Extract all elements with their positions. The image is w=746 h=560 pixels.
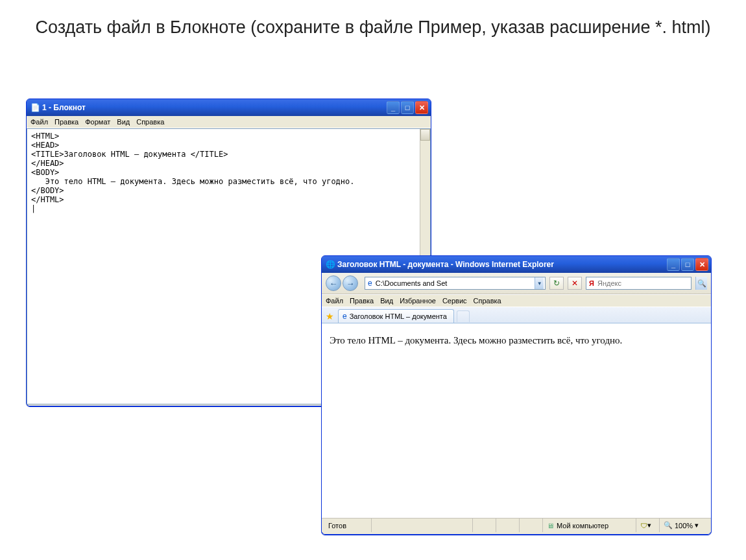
menu-edit[interactable]: Правка — [350, 297, 374, 305]
search-input[interactable] — [596, 279, 688, 288]
search-go-button[interactable]: 🔍 — [695, 277, 707, 290]
address-bar[interactable]: e ▼ — [365, 277, 546, 290]
tab-label: Заголовок HTML – документа — [350, 312, 447, 320]
menu-view[interactable]: Вид — [117, 118, 130, 126]
status-empty-2 — [496, 519, 518, 532]
address-dropdown[interactable]: ▼ — [535, 277, 544, 289]
close-button[interactable]: ✕ — [415, 101, 428, 114]
minimize-button[interactable]: _ — [667, 258, 680, 271]
search-bar[interactable]: Я — [586, 277, 692, 290]
stop-button[interactable]: ✕ — [568, 277, 582, 290]
status-spacer — [371, 519, 471, 532]
status-zone: 🖥 Мой компьютер — [542, 519, 634, 532]
menu-format[interactable]: Формат — [85, 118, 110, 126]
menu-file[interactable]: Файл — [30, 118, 48, 126]
menu-file[interactable]: Файл — [326, 297, 343, 305]
ie-titlebar[interactable]: 🌐 Заголовок HTML - документа - Windows I… — [322, 256, 711, 273]
page-icon: e — [343, 312, 347, 321]
shield-icon: 🛡 — [640, 522, 647, 530]
maximize-button[interactable]: □ — [401, 101, 414, 114]
menu-help[interactable]: Справка — [136, 118, 164, 126]
page-body-text: Это тело HTML – документа. Здесь можно р… — [330, 335, 622, 345]
back-button[interactable]: ← — [326, 275, 341, 291]
minimize-button[interactable]: _ — [387, 101, 400, 114]
refresh-button[interactable]: ↻ — [549, 277, 564, 290]
notepad-icon: 📄 — [30, 103, 40, 112]
ie-statusbar: Готов 🖥 Мой компьютер 🛡 ▾ 🔍 100% ▾ — [322, 518, 711, 532]
zone-label: Мой компьютер — [557, 522, 608, 530]
notepad-title: 1 - Блокнот — [42, 103, 387, 112]
ie-tabbar: ★ e Заголовок HTML – документа — [322, 307, 711, 323]
status-zoom[interactable]: 🔍 100% ▾ — [659, 519, 708, 532]
zoom-value: 100% — [675, 522, 693, 530]
yandex-icon: Я — [589, 279, 594, 287]
address-input[interactable] — [374, 279, 535, 288]
maximize-button[interactable]: □ — [681, 258, 694, 271]
menu-favorites[interactable]: Избранное — [400, 297, 436, 305]
ie-title: Заголовок HTML - документа - Windows Int… — [337, 260, 667, 269]
zoom-icon: 🔍 — [664, 521, 673, 530]
forward-button[interactable]: → — [343, 275, 358, 291]
ie-toolbar: ← → e ▼ ↻ ✕ Я 🔍 — [322, 273, 711, 294]
notepad-titlebar[interactable]: 📄 1 - Блокнот _ □ ✕ — [27, 99, 431, 116]
ie-window: 🌐 Заголовок HTML - документа - Windows I… — [321, 255, 712, 535]
status-protected-mode[interactable]: 🛡 ▾ — [636, 519, 658, 532]
ie-page-content: Это тело HTML – документа. Здесь можно р… — [322, 323, 711, 518]
status-empty-1 — [472, 519, 494, 532]
close-button[interactable]: ✕ — [695, 258, 708, 271]
menu-edit[interactable]: Правка — [54, 118, 78, 126]
page-icon: e — [368, 279, 372, 288]
slide-title: Создать файл в Блокноте (сохраните в фай… — [0, 0, 746, 45]
favorites-icon[interactable]: ★ — [326, 311, 334, 321]
menu-tools[interactable]: Сервис — [442, 297, 467, 305]
menu-help[interactable]: Справка — [474, 297, 501, 305]
status-empty-3 — [519, 519, 541, 532]
ie-menubar: Файл Правка Вид Избранное Сервис Справка — [322, 294, 711, 307]
computer-icon: 🖥 — [547, 522, 554, 530]
menu-view[interactable]: Вид — [380, 297, 393, 305]
ie-icon: 🌐 — [326, 260, 335, 269]
new-tab-button[interactable] — [457, 310, 470, 322]
notepad-menubar: Файл Правка Формат Вид Справка — [27, 116, 431, 128]
tab-active[interactable]: e Заголовок HTML – документа — [338, 309, 454, 323]
status-ready: Готов — [324, 519, 370, 532]
